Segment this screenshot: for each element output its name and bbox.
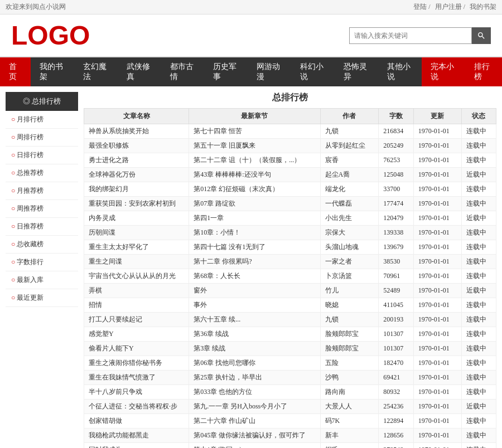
nav-item-bookshelf[interactable]: 我的书架 <box>31 57 74 86</box>
cell-date: 1970-01-01 <box>413 211 461 226</box>
cell-title[interactable]: 感觉塑Y <box>84 327 189 342</box>
sidebar-item-total-recommend[interactable]: 总推荐榜 <box>6 164 78 182</box>
table-row: 内务灵成 第四1一章 小出先生 120479 1970-01-01 近载中 <box>84 211 496 226</box>
cell-title[interactable]: 重生之液闹你猎你秘书务 <box>84 356 189 371</box>
cell-title[interactable]: 全球神器化万份 <box>84 168 189 182</box>
cell-title[interactable]: 创家错胡做 <box>84 414 189 428</box>
cell-chapter[interactable]: 第七十四章 恒苦 <box>189 124 320 139</box>
cell-author: 端龙化 <box>320 182 379 197</box>
cell-chapter[interactable]: 第25章 执针边，毕早出 <box>189 371 320 385</box>
cell-chapter[interactable]: 第四十七篇 没有1无到了 <box>189 240 320 255</box>
cell-author: 头溜山地魂 <box>320 240 379 255</box>
nav-item-wangyou[interactable]: 网游动漫 <box>248 57 291 86</box>
cell-status: 连载中 <box>461 153 496 168</box>
nav-item-home[interactable]: 首页 <box>0 57 31 86</box>
cell-date: 1970-01-01 <box>413 182 461 197</box>
cell-chapter[interactable]: 第九.一一章 另H入boss今月小了 <box>189 400 320 414</box>
nav-item-kehuan[interactable]: 科幻小说 <box>291 57 335 86</box>
login-link[interactable]: 登陆 <box>413 3 427 11</box>
cell-title[interactable]: 神兽从系统抽奖开始 <box>84 124 189 139</box>
cell-date: 1970-01-01 <box>413 371 461 385</box>
cell-words: 139679 <box>379 240 413 255</box>
cell-title[interactable]: 最强全职修炼 <box>84 139 189 153</box>
search-box <box>349 27 491 44</box>
sidebar-item-recent[interactable]: 最近更新 <box>6 289 78 307</box>
cell-title[interactable]: 历朝间谍 <box>84 226 189 240</box>
search-button[interactable] <box>472 27 491 44</box>
nav-item-wuxia[interactable]: 武侠修真 <box>118 57 161 86</box>
cell-chapter[interactable]: 第四1一章 <box>189 211 320 226</box>
cell-title[interactable]: 打工人只要续起记 <box>84 313 189 327</box>
cell-chapter[interactable]: 第36章 续战 <box>189 327 320 342</box>
sidebar-item-total-collect[interactable]: 总收藏榜 <box>6 236 78 254</box>
cell-title[interactable]: 内务灵成 <box>84 211 189 226</box>
cell-title[interactable]: 重获笑田园：安到农家村初到 <box>84 197 189 211</box>
cell-title[interactable]: 宇宙当代文心从认从从的月光 <box>84 269 189 284</box>
cell-title[interactable]: 重生主太太好罕化了 <box>84 240 189 255</box>
sidebar-item-monthly[interactable]: 月排行榜 <box>6 111 78 129</box>
cell-chapter[interactable]: 第六十五章 续... <box>189 313 320 327</box>
table-row: 全球神器化万份 第43章 棒棒棒棒:还没半句 起尘A喬 125048 1970-… <box>84 168 496 182</box>
nav-item-other[interactable]: 其他小说 <box>378 57 422 86</box>
nav-item-ranking[interactable]: 排行榜 <box>465 57 502 86</box>
search-input[interactable] <box>349 27 472 44</box>
cell-title[interactable]: 招情 <box>84 298 189 313</box>
cell-title[interactable]: 弄棋 <box>84 284 189 298</box>
cell-chapter[interactable]: 第045章 做你缘法被骗认好，假可炸了 <box>189 428 320 443</box>
cell-status: 连载中 <box>461 443 496 449</box>
cell-chapter[interactable]: 第68章：人长长 <box>189 269 320 284</box>
cell-title[interactable]: 个征人进征：交秘当将程权·步 <box>84 400 189 414</box>
cell-date: 1970-01-01 <box>413 443 461 449</box>
nav-item-lishi[interactable]: 历史军事 <box>204 57 248 86</box>
cell-title[interactable]: 重生在我妹情气愤激了 <box>84 371 189 385</box>
nav-item-kongbu[interactable]: 恐怖灵异 <box>335 57 378 86</box>
sidebar-title: ◎ 总排行榜 <box>6 92 78 111</box>
sidebar-item-daily[interactable]: 日排行榜 <box>6 147 78 164</box>
cell-title[interactable]: 回时我成为 <box>84 443 189 449</box>
cell-author: 码7K <box>320 414 379 428</box>
sidebar-item-daily-recommend[interactable]: 日推荐榜 <box>6 218 78 236</box>
cell-chapter[interactable]: 第10章：小情！ <box>189 226 320 240</box>
cell-chapter[interactable]: 窗外 <box>189 284 320 298</box>
sidebar-item-weekly-recommend[interactable]: 周推荐榜 <box>6 200 78 218</box>
cell-words: 52489 <box>379 284 413 298</box>
cell-title[interactable]: 偷看片人能下Y <box>84 342 189 356</box>
table-row: 弄棋 窗外 竹儿 52489 1970-01-01 近载中 <box>84 284 496 298</box>
cell-chapter[interactable]: 第012章 幻征烦磁（末次真） <box>189 182 320 197</box>
header: LOGO <box>0 14 502 57</box>
main-content: ◎ 总排行榜 月排行榜 周排行榜 日排行榜 总推荐榜 月推荐榜 周推荐榜 日推荐… <box>0 86 502 448</box>
nav-item-xuanhuan[interactable]: 玄幻魔法 <box>74 57 118 86</box>
cell-title[interactable]: 半十八岁前只争戏 <box>84 385 189 400</box>
cell-title[interactable]: 我的绑架幻月 <box>84 182 189 197</box>
cell-chapter[interactable]: 第十二章 你很累吗? <box>189 255 320 269</box>
cell-author: 九锁 <box>320 124 379 139</box>
cell-title[interactable]: 勇士进化之路 <box>84 153 189 168</box>
nav-item-dushi[interactable]: 都市古情 <box>161 57 205 86</box>
nav-item-complete[interactable]: 完本小说 <box>422 57 465 86</box>
bookshelf-link[interactable]: 我的书架 <box>470 3 496 11</box>
cell-chapter[interactable]: 第07章 路绽欲 <box>189 197 320 211</box>
cell-date: 1970-01-01 <box>413 240 461 255</box>
cell-words: 101307 <box>379 327 413 342</box>
cell-status: 连载中 <box>461 226 496 240</box>
cell-chapter[interactable]: 第二十二章 诅（十）（装假服，...） <box>189 153 320 168</box>
cell-chapter[interactable]: 第033章 也他的方位 <box>189 385 320 400</box>
table-row: 宇宙当代文心从认从从的月光 第68章：人长长 卜京汤篮 70961 1970-0… <box>84 269 496 284</box>
sidebar-item-monthly-recommend[interactable]: 月推荐榜 <box>6 182 78 200</box>
sidebar-item-newest[interactable]: 最新入库 <box>6 271 78 289</box>
cell-status: 连载中 <box>461 124 496 139</box>
cell-chapter[interactable]: 第五十一章 旧厦飘来 <box>189 139 320 153</box>
sidebar-item-weekly[interactable]: 周排行榜 <box>6 129 78 147</box>
cell-status: 连载中 <box>461 356 496 371</box>
cell-chapter[interactable]: 第二十六章 作山矿山 <box>189 414 320 428</box>
cell-chapter[interactable]: 第06章 找他司您哪你 <box>189 356 320 371</box>
sidebar-item-wordcount[interactable]: 字数排行 <box>6 254 78 271</box>
cell-chapter[interactable]: 第力1章(跑回，) <box>189 443 320 449</box>
cell-title[interactable]: 我稳枪武功能都黑走 <box>84 428 189 443</box>
register-link[interactable]: 用户注册 <box>435 3 462 11</box>
cell-chapter[interactable]: 事外 <box>189 298 320 313</box>
cell-title[interactable]: 重生之间谍 <box>84 255 189 269</box>
cell-chapter[interactable]: 第3章 续战 <box>189 342 320 356</box>
cell-status: 连载中 <box>461 182 496 197</box>
cell-chapter[interactable]: 第43章 棒棒棒棒:还没半句 <box>189 168 320 182</box>
